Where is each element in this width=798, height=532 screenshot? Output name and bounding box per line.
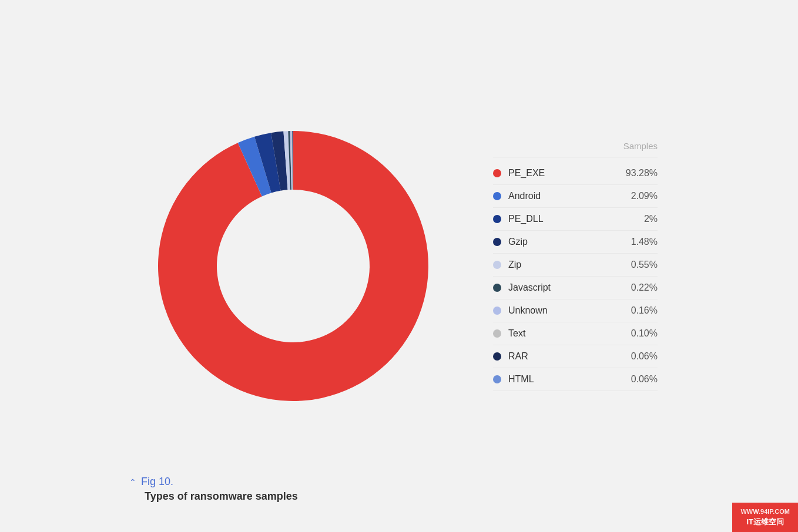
legend-item: Zip0.55%	[493, 254, 658, 277]
legend-value: 0.06%	[631, 351, 658, 362]
legend-items: PE_EXE93.28%Android2.09%PE_DLL2%Gzip1.48…	[493, 162, 658, 391]
legend-item-left: PE_DLL	[493, 214, 544, 224]
legend-dot	[493, 284, 501, 292]
legend-value: 2.09%	[631, 191, 658, 201]
legend-item-left: Text	[493, 328, 525, 339]
legend-dot	[493, 238, 501, 246]
legend-divider	[493, 157, 658, 157]
main-container: Samples PE_EXE93.28%Android2.09%PE_DLL2%…	[0, 0, 798, 532]
legend-item-left: Android	[493, 191, 541, 201]
legend-item-left: RAR	[493, 351, 528, 362]
caption-fig: ⌃ Fig 10.	[129, 476, 173, 488]
legend-dot	[493, 352, 501, 361]
legend-item: PE_EXE93.28%	[493, 162, 658, 185]
legend-dot	[493, 329, 501, 338]
legend-item: HTML0.06%	[493, 368, 658, 391]
legend-dot	[493, 215, 501, 223]
legend-label: Javascript	[508, 282, 551, 293]
watermark: WWW.94IP.COM IT运维空间	[732, 503, 798, 532]
legend-item-left: PE_EXE	[493, 168, 545, 179]
legend-value: 2%	[644, 214, 658, 224]
legend-value: 0.16%	[631, 305, 658, 316]
legend-label: PE_EXE	[508, 168, 545, 179]
legend-value: 0.10%	[631, 328, 658, 339]
legend-label: HTML	[508, 374, 534, 385]
legend-item: Text0.10%	[493, 322, 658, 345]
legend-item-left: Unknown	[493, 305, 548, 316]
fig-label: Fig 10.	[141, 476, 173, 488]
legend-dot	[493, 169, 501, 177]
legend-item-left: Javascript	[493, 282, 551, 293]
legend-label: Unknown	[508, 305, 548, 316]
legend-item: Javascript0.22%	[493, 277, 658, 299]
legend-item-left: Zip	[493, 260, 521, 270]
legend-item: RAR0.06%	[493, 345, 658, 368]
donut-chart	[140, 113, 446, 419]
watermark-url: WWW.94IP.COM	[740, 507, 790, 516]
legend-item: Unknown0.16%	[493, 299, 658, 322]
legend-label: Android	[508, 191, 541, 201]
legend-label: Gzip	[508, 237, 528, 247]
legend-item-left: Gzip	[493, 237, 528, 247]
chevron-up-icon: ⌃	[129, 477, 136, 487]
legend-item: Android2.09%	[493, 185, 658, 208]
legend-value: 93.28%	[626, 168, 658, 179]
legend-dot	[493, 375, 501, 383]
legend-header: Samples	[493, 141, 658, 151]
legend-label: PE_DLL	[508, 214, 544, 224]
watermark-label: IT运维空间	[740, 517, 790, 527]
legend-dot	[493, 192, 501, 200]
legend-label: Zip	[508, 260, 521, 270]
legend-value: 0.22%	[631, 282, 658, 293]
legend-item: PE_DLL2%	[493, 208, 658, 231]
legend-value: 1.48%	[631, 237, 658, 247]
legend-item: Gzip1.48%	[493, 231, 658, 254]
legend-label: Text	[508, 328, 525, 339]
caption-area: ⌃ Fig 10. Types of ransomware samples	[129, 476, 298, 503]
legend-value: 0.06%	[631, 374, 658, 385]
legend-area: Samples PE_EXE93.28%Android2.09%PE_DLL2%…	[493, 141, 658, 391]
legend-value: 0.55%	[631, 260, 658, 270]
chart-area	[140, 113, 446, 419]
legend-dot	[493, 307, 501, 315]
legend-item-left: HTML	[493, 374, 534, 385]
legend-label: RAR	[508, 351, 528, 362]
caption-title: Types of ransomware samples	[145, 490, 298, 503]
legend-dot	[493, 261, 501, 269]
